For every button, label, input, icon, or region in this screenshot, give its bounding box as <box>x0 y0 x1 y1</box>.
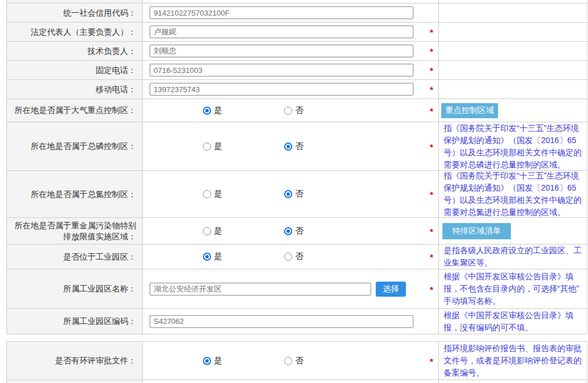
form-row-in-industrial-park: 是否位于工业园区： 是 否 * 是指各级人民政府设立的工业园区、工业集聚区等。 <box>7 245 587 269</box>
section-divider <box>6 334 587 341</box>
radio-option-no[interactable]: 否 <box>284 356 365 366</box>
registration-form: 统一社会信用代码： 法定代表人（主要负责人）： * 技术负责人： * <box>6 0 587 383</box>
radio-option-yes[interactable]: 是 <box>203 105 284 116</box>
required-asterisk: * <box>430 252 433 262</box>
required-asterisk: * <box>430 85 433 94</box>
field-label: 是否位于工业园区： <box>7 245 143 269</box>
radio-group-eia-approval: 是 否 <box>203 356 365 366</box>
help-text: 根据《中国开发区审核公告目录》填报，没有编码的可不填。 <box>439 309 587 334</box>
radio-option-no[interactable]: 否 <box>284 251 365 262</box>
field-label: 所在地是否属于总磷控制区： <box>7 122 143 170</box>
help-text: 是指各级人民政府设立的工业园区、工业集聚区等。 <box>439 245 587 269</box>
required-asterisk: * <box>430 105 433 115</box>
radio-option-no[interactable]: 否 <box>284 141 365 152</box>
radio-label: 是 <box>214 226 222 236</box>
field-label: 所在地是否属于重金属污染物特别排放限值实施区域： <box>7 218 143 244</box>
radio-option-no[interactable]: 否 <box>284 189 365 199</box>
form-row-phosphorus-control-zone: 所在地是否属于总磷控制区： 是 否 * 指《国务院关于印发“十三五”生态环境保护… <box>7 122 587 171</box>
required-asterisk: * <box>430 27 433 37</box>
field-label: 固定电话： <box>7 61 143 79</box>
radio-group-nitrogen-control: 是 否 <box>203 189 365 199</box>
credit-code-input[interactable] <box>150 6 413 19</box>
required-asterisk: * <box>430 226 433 236</box>
field-label: 技术负责人： <box>7 42 143 60</box>
radio-icon <box>203 143 211 151</box>
required-asterisk: * <box>430 65 433 75</box>
radio-group-industrial-park: 是 否 <box>203 251 365 262</box>
radio-option-yes[interactable]: 是 <box>203 226 284 236</box>
form-row-technical-director: 技术负责人： * <box>7 42 587 61</box>
field-label: 所属工业园区名称： <box>7 269 143 308</box>
radio-label: 是 <box>214 356 222 366</box>
field-label: 是否有环评审批文件： <box>7 342 143 380</box>
form-row-mobile-phone: 移动电话： * <box>7 80 587 99</box>
mobile-phone-input[interactable] <box>150 83 413 96</box>
help-text: 指《国务院关于印发“十三五”生态环境保护规划的通知》（国发〔2016〕65号）以… <box>439 171 587 217</box>
field-label: 法定代表人（主要负责人）： <box>7 23 143 41</box>
form-row-credit-code: 统一社会信用代码： <box>7 3 587 23</box>
field-label: 移动电话： <box>7 80 143 99</box>
radio-label: 否 <box>295 189 303 199</box>
field-label: 统一社会信用代码： <box>7 3 143 22</box>
required-asterisk: * <box>430 141 433 151</box>
radio-option-yes[interactable]: 是 <box>203 189 284 199</box>
radio-group-phosphorus-control: 是 否 <box>203 141 365 152</box>
radio-icon <box>284 107 292 115</box>
special-emission-list-button[interactable]: 特排区域清单 <box>442 223 511 239</box>
help-text: 指《国务院关于印发“十三五”生态环境保护规划的通知》（国发〔2016〕65号）以… <box>439 122 587 170</box>
radio-label: 否 <box>295 356 303 366</box>
field-label: 所属工业园区编码： <box>7 309 143 334</box>
form-row-heavy-metal-zone: 所在地是否属于重金属污染物特别排放限值实施区域： 是 否 * 特排区域清单 <box>7 218 587 245</box>
radio-option-yes[interactable]: 是 <box>203 251 284 262</box>
landline-phone-input[interactable] <box>150 64 413 76</box>
radio-label: 是 <box>214 141 222 152</box>
required-asterisk: * <box>430 46 433 56</box>
radio-group-air-key-control: 是 否 <box>203 105 365 116</box>
radio-icon <box>203 107 211 115</box>
form-row-landline-phone: 固定电话： * <box>7 61 587 80</box>
legal-representative-input[interactable] <box>150 25 413 38</box>
radio-group-heavy-metal: 是 否 <box>203 226 365 236</box>
park-code-input[interactable] <box>150 315 413 328</box>
radio-option-yes[interactable]: 是 <box>203 141 284 152</box>
radio-icon <box>284 357 292 365</box>
radio-label: 否 <box>295 141 303 152</box>
select-button[interactable]: 选择 <box>376 282 406 297</box>
clipped-row-bottom <box>7 380 587 383</box>
form-row-legal-representative: 法定代表人（主要负责人）： * <box>7 23 587 42</box>
required-asterisk: * <box>430 356 433 366</box>
form-row-eia-approval: 是否有环评审批文件： 是 否 * 指环境影响评价报告书、报告表的审批文件号，或者… <box>7 342 587 380</box>
radio-label: 是 <box>214 189 222 199</box>
radio-icon <box>203 190 211 198</box>
radio-icon <box>284 143 292 151</box>
radio-icon <box>203 227 211 235</box>
radio-label: 否 <box>295 105 303 116</box>
radio-icon <box>203 253 211 261</box>
radio-label: 是 <box>214 105 222 116</box>
field-label: 所在地是否属于大气重点控制区： <box>7 99 143 122</box>
key-control-zone-button[interactable]: 重点控制区域 <box>441 103 498 118</box>
form-row-air-key-control-zone: 所在地是否属于大气重点控制区： 是 否 * 重点控制区域 <box>7 99 587 122</box>
form-row-park-code: 所属工业园区编码： 根据《中国开发区审核公告目录》填报，没有编码的可不填。 <box>7 309 587 334</box>
form-row-nitrogen-control-zone: 所在地是否属于总氮控制区： 是 否 * 指《国务院关于印发“十三五”生态环境保护… <box>7 171 587 218</box>
form-section-basic-info: 统一社会信用代码： 法定代表人（主要负责人）： * 技术负责人： * <box>6 0 587 334</box>
radio-icon <box>284 190 292 198</box>
park-name-input[interactable] <box>150 283 371 296</box>
radio-label: 否 <box>295 226 303 236</box>
form-section-eia: 是否有环评审批文件： 是 否 * 指环境影响评价报告书、报告表的审批文件号，或者… <box>6 341 587 383</box>
radio-icon <box>203 357 211 365</box>
required-asterisk: * <box>430 189 433 199</box>
help-text: 指环境影响评价报告书、报告表的审批文件号，或者是环境影响评价登记表的备案编号。 <box>439 342 587 380</box>
technical-director-input[interactable] <box>150 45 413 57</box>
radio-icon <box>284 227 292 235</box>
help-text: 根据《中国开发区审核公告目录》填报，不包含在目录内的，可选择“其他”手动填写名称… <box>439 269 587 308</box>
radio-label: 否 <box>295 251 303 262</box>
radio-icon <box>284 253 292 261</box>
radio-option-no[interactable]: 否 <box>284 105 365 116</box>
required-asterisk: * <box>430 284 433 294</box>
radio-option-yes[interactable]: 是 <box>203 356 284 366</box>
field-label: 所在地是否属于总氮控制区： <box>7 171 143 217</box>
radio-option-no[interactable]: 否 <box>284 226 365 236</box>
form-row-park-name: 所属工业园区名称： 选择 * 根据《中国开发区审核公告目录》填报，不包含在目录内… <box>7 269 587 309</box>
radio-label: 是 <box>214 251 222 262</box>
